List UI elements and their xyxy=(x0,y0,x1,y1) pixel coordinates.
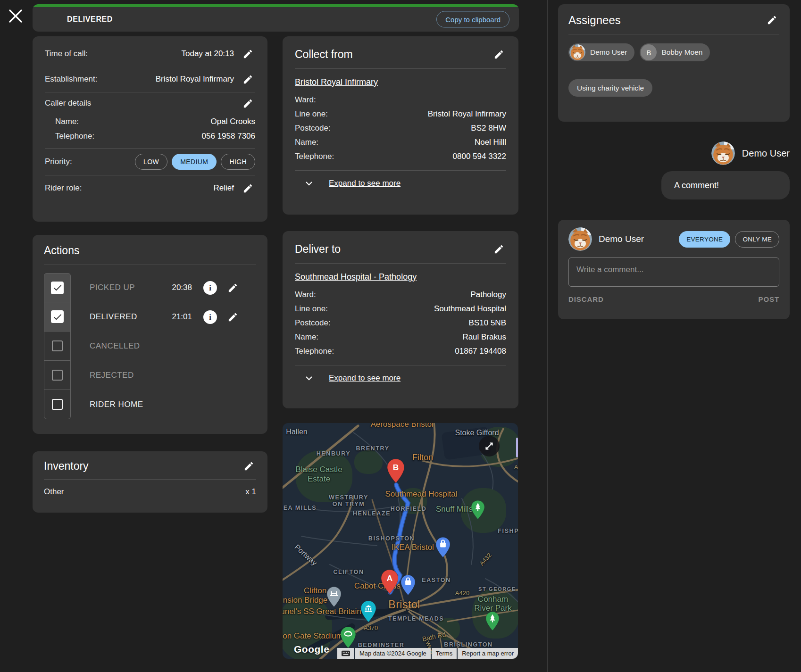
deliver-establishment-link[interactable]: Southmead Hospital - Pathology xyxy=(295,272,417,282)
park-poi[interactable] xyxy=(471,500,484,521)
inventory-card: Inventory Other x 1 xyxy=(33,451,267,513)
shopping-poi[interactable] xyxy=(436,537,450,559)
inventory-title: Inventory xyxy=(44,460,89,473)
assignee-chip-demo-user[interactable]: Demo User xyxy=(568,43,634,61)
time-of-call-label: Time of call: xyxy=(45,49,88,58)
priority-medium-chip[interactable]: MEDIUM xyxy=(172,154,217,170)
picked-up-label: PICKED UP xyxy=(90,283,135,292)
name-label: Name: xyxy=(295,138,318,147)
stadium-poi[interactable] xyxy=(341,627,356,650)
route-map[interactable]: Aerospace BristolHallenStoke GiffordBREN… xyxy=(283,423,518,659)
park-poi[interactable] xyxy=(486,612,499,632)
rejected-label: REJECTED xyxy=(90,371,134,380)
visibility-everyone-chip[interactable]: EVERYONE xyxy=(679,231,730,248)
bridge-poi[interactable] xyxy=(327,587,341,609)
open-in-full-icon xyxy=(483,440,495,452)
comment-input[interactable] xyxy=(568,257,779,287)
visibility-only-me-chip[interactable]: ONLY ME xyxy=(735,231,779,248)
assignees-title: Assignees xyxy=(568,14,621,27)
postcode-value: BS10 5NB xyxy=(469,318,506,328)
caller-phone-label: Telephone: xyxy=(55,132,94,141)
edit-time-button[interactable] xyxy=(241,47,255,61)
delivered-label: DELIVERED xyxy=(90,312,137,322)
priority-low-chip[interactable]: LOW xyxy=(135,154,167,170)
inventory-item-qty: x 1 xyxy=(245,487,256,497)
destination-pin-b[interactable]: B xyxy=(387,459,404,485)
collect-from-card: Collect from Bristol Royal Infirmary War… xyxy=(283,36,518,215)
charity-vehicle-tag: Using charity vehicle xyxy=(568,79,652,97)
post-button[interactable]: POST xyxy=(759,295,779,303)
postcode-label: Postcode: xyxy=(295,318,331,328)
ward-value: Pathology xyxy=(470,290,506,299)
chevron-down-icon xyxy=(303,178,315,189)
deliver-to-title: Deliver to xyxy=(295,243,341,256)
close-icon[interactable] xyxy=(6,7,25,26)
comment-composer-card: Demo User EVERYONE ONLY ME DISCARD POST xyxy=(558,220,790,319)
edit-establishment-button[interactable] xyxy=(241,72,255,87)
info-icon[interactable]: i xyxy=(203,281,217,295)
divider xyxy=(295,68,506,69)
action-row-rider-home: RIDER HOME xyxy=(44,390,256,419)
divider xyxy=(44,265,256,265)
rejected-checkbox[interactable] xyxy=(44,360,71,390)
collect-establishment-link[interactable]: Bristol Royal Infirmary xyxy=(295,77,378,87)
rider-home-checkbox[interactable] xyxy=(44,390,71,419)
info-icon[interactable]: i xyxy=(203,310,217,324)
edit-collect-button[interactable] xyxy=(492,47,506,62)
collect-expand-toggle[interactable]: Expand to see more xyxy=(295,178,506,189)
svg-text:A: A xyxy=(387,573,392,583)
map-data-attribution: Map data ©2024 Google xyxy=(355,648,431,659)
shopping-poi[interactable] xyxy=(401,575,415,597)
edit-deliver-button[interactable] xyxy=(492,242,506,257)
action-row-picked-up: PICKED UP 20:38 i xyxy=(44,273,256,302)
expand-label: Expand to see more xyxy=(329,373,400,383)
name-value: Raul Brakus xyxy=(462,332,506,342)
sidebar-divider xyxy=(547,0,548,672)
cancelled-checkbox[interactable] xyxy=(44,331,71,361)
action-row-rejected: REJECTED xyxy=(44,361,256,390)
actions-card: Actions PICKED UP 20:38 i DELIVERED 21:0… xyxy=(33,235,267,434)
deliver-expand-toggle[interactable]: Expand to see more xyxy=(295,373,506,384)
map-attribution: Map data ©2024 Google Terms Report a map… xyxy=(337,648,518,659)
edit-assignees-button[interactable] xyxy=(765,13,779,27)
priority-label: Priority: xyxy=(45,157,72,166)
caller-phone-value: 056 1958 7306 xyxy=(202,132,255,141)
priority-high-chip[interactable]: HIGH xyxy=(221,154,255,170)
route-polyline xyxy=(283,423,518,659)
map-scrollbar[interactable] xyxy=(516,438,518,457)
terms-link[interactable]: Terms xyxy=(432,648,457,659)
edit-delivered-button[interactable] xyxy=(225,310,240,324)
edit-inventory-button[interactable] xyxy=(242,459,256,473)
assignee-chip-bobby-moen[interactable]: B Bobby Moen xyxy=(640,43,710,61)
keyboard-shortcuts-icon[interactable] xyxy=(337,648,354,659)
caller-name-label: Name: xyxy=(55,117,79,126)
origin-pin-a[interactable]: A xyxy=(381,570,398,596)
call-details-card: Time of call: Today at 20:13 Establishme… xyxy=(33,36,267,222)
chevron-down-icon xyxy=(303,373,315,384)
edit-rider-role-button[interactable] xyxy=(241,181,255,196)
picked-up-checkbox[interactable] xyxy=(44,273,71,302)
museum-poi[interactable] xyxy=(361,601,376,624)
cancelled-label: CANCELLED xyxy=(90,341,140,351)
report-map-error-link[interactable]: Report a map error xyxy=(458,648,518,659)
discard-button[interactable]: DISCARD xyxy=(568,295,604,303)
postcode-value: BS2 8HW xyxy=(471,124,506,133)
expand-map-button[interactable] xyxy=(479,436,500,456)
google-logo[interactable]: Google xyxy=(294,644,329,655)
inventory-item-name: Other xyxy=(44,487,64,497)
divider xyxy=(568,71,779,71)
divider xyxy=(295,365,506,365)
action-row-cancelled: CANCELLED xyxy=(44,332,256,361)
time-of-call-value: Today at 20:13 xyxy=(181,49,234,58)
edit-picked-up-button[interactable] xyxy=(225,281,240,295)
edit-caller-button[interactable] xyxy=(241,96,255,111)
picked-up-time: 20:38 xyxy=(172,283,192,292)
expand-label: Expand to see more xyxy=(329,179,400,188)
action-row-delivered: DELIVERED 21:01 i xyxy=(44,302,256,332)
status-title: DELIVERED xyxy=(67,15,113,24)
copy-to-clipboard-button[interactable]: Copy to clipboard xyxy=(436,11,509,28)
assignees-card: Assignees Demo User B Bobby Moen Using c… xyxy=(558,4,790,122)
divider xyxy=(295,263,506,264)
ward-label: Ward: xyxy=(295,290,316,299)
delivered-checkbox[interactable] xyxy=(44,302,71,332)
